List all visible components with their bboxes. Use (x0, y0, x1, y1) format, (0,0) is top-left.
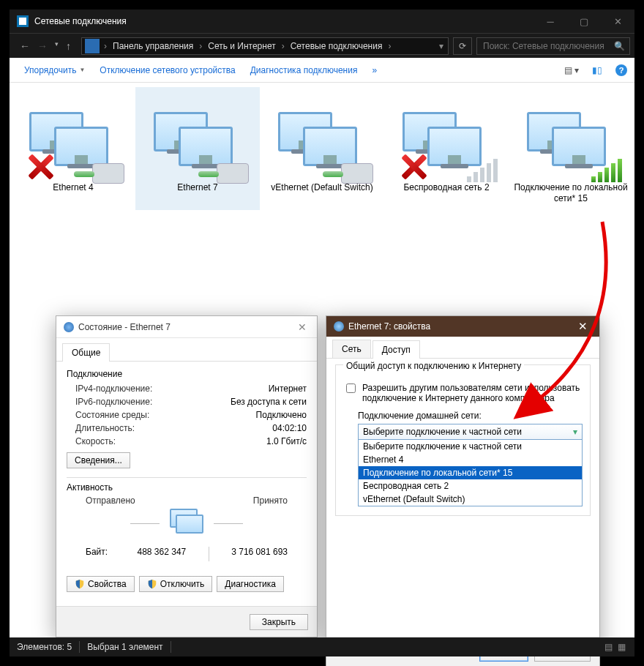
network-icon (64, 322, 74, 332)
item-label: Беспроводная сеть 2 (386, 182, 507, 193)
dropdown-option[interactable]: Беспроводная сеть 2 (359, 479, 582, 493)
home-network-dropdown[interactable]: Выберите подключение к частной сети Ethe… (358, 439, 583, 506)
help-icon[interactable]: ? (615, 64, 627, 76)
tab-network[interactable]: Сеть (332, 340, 371, 358)
dialog-title: Ethernet 7: свойства (348, 321, 430, 332)
forward-button[interactable]: → (37, 40, 48, 52)
back-button[interactable]: ← (20, 40, 30, 52)
disable-device-button[interactable]: Отключение сетевого устройства (92, 65, 242, 75)
status-bar: Элементов: 5 Выбран 1 элемент ▤ ▦ (10, 637, 634, 656)
network-icon (334, 321, 344, 332)
organize-menu[interactable]: Упорядочить▼ (17, 65, 92, 75)
wifi-bars-icon (467, 159, 498, 182)
item-label: Ethernet 7 (137, 182, 258, 193)
ethernet-plug-icon (341, 163, 373, 184)
view-layout-button[interactable]: ▤ ▾ (564, 65, 579, 75)
dropdown-option-selected[interactable]: Подключение по локальной сети* 15 (359, 466, 582, 479)
bytes-received: 3 716 081 693 (231, 547, 288, 561)
close-dialog-button[interactable]: Закрыть (250, 614, 308, 630)
close-button[interactable]: ✕ (601, 10, 634, 33)
tab-general[interactable]: Общие (62, 343, 110, 362)
ics-group: Общий доступ к подключению к Интернету Р… (335, 364, 591, 516)
diagnose-button[interactable]: Диагностика (217, 576, 284, 592)
overflow-button[interactable]: » (364, 65, 384, 75)
connection-item-ethernet4[interactable]: Ethernet 4 (11, 87, 135, 210)
shield-icon (75, 579, 85, 589)
diagnose-button[interactable]: Диагностика подключения (243, 65, 365, 75)
item-label: Подключение по локальной сети* 15 (510, 182, 632, 204)
up-button[interactable]: ↑ (66, 40, 71, 52)
item-label: vEthernet (Default Switch) (261, 182, 383, 193)
preview-pane-button[interactable]: ▮▯ (592, 65, 602, 75)
address-bar[interactable]: › Панель управления › Сеть и Интернет › … (81, 37, 449, 55)
breadcrumb[interactable]: Панель управления (108, 38, 198, 54)
breadcrumb[interactable]: Сетевые подключения (286, 38, 387, 54)
dialog-title: Состояние - Ethernet 7 (78, 322, 171, 332)
recent-button[interactable]: ▾ (55, 40, 59, 52)
section-connection: Подключение (56, 362, 317, 382)
bytes-sent: 488 362 347 (138, 547, 187, 561)
search-input[interactable] (482, 40, 614, 52)
properties-button[interactable]: Свойства (67, 576, 135, 592)
properties-dialog: Ethernet 7: свойства ✕ Сеть Доступ Общий… (326, 315, 600, 666)
status-item-count: Элементов: 5 (17, 642, 72, 652)
item-label: Ethernet 4 (12, 182, 134, 193)
ethernet-plug-icon (92, 163, 124, 184)
breadcrumb[interactable]: Сеть и Интернет (203, 38, 280, 54)
content-area: Ethernet 4 Ethernet 7 vEthernet (Default… (10, 83, 634, 637)
status-selection: Выбран 1 элемент (87, 642, 162, 652)
dropdown-option[interactable]: Ethernet 4 (359, 453, 582, 466)
location-icon (85, 39, 100, 53)
connection-item-local15[interactable]: Подключение по локальной сети* 15 (509, 87, 633, 210)
maximize-button[interactable]: ▢ (567, 10, 601, 33)
chevron-down-icon: ▾ (573, 427, 577, 437)
tab-access[interactable]: Доступ (372, 340, 420, 359)
address-dropdown[interactable]: ▾ (435, 41, 448, 51)
search-icon[interactable]: 🔍 (614, 41, 625, 51)
status-dialog: Состояние - Ethernet 7 ✕ Общие Подключен… (56, 315, 318, 637)
title-bar: Сетевые подключения ─ ▢ ✕ (10, 10, 634, 33)
details-button[interactable]: Сведения... (67, 452, 130, 468)
window-title: Сетевые подключения (34, 16, 533, 26)
home-network-label: Подключение домашней сети: (343, 405, 583, 424)
wifi-bars-icon (591, 159, 622, 182)
minimize-button[interactable]: ─ (533, 10, 567, 33)
disconnected-icon (25, 151, 56, 182)
home-network-select[interactable]: Выберите подключение к частной сети▾ (358, 424, 583, 440)
disable-button[interactable]: Отключить (139, 576, 213, 592)
allow-sharing-checkbox[interactable]: Разрешить другим пользователям сети испо… (343, 381, 583, 405)
connection-item-wireless2[interactable]: Беспроводная сеть 2 (384, 87, 509, 210)
refresh-button[interactable]: ⟳ (453, 37, 472, 55)
disconnected-icon (398, 151, 429, 182)
dropdown-option[interactable]: Выберите подключение к частной сети (359, 440, 582, 453)
connection-item-vethernet[interactable]: vEthernet (Default Switch) (260, 87, 384, 210)
shield-icon (147, 579, 157, 589)
close-button[interactable]: ✕ (295, 318, 310, 336)
ethernet-plug-icon (217, 163, 249, 184)
dropdown-option[interactable]: vEthernet (Default Switch) (359, 493, 582, 506)
search-box[interactable]: 🔍 (476, 37, 630, 55)
activity-icon (170, 509, 203, 538)
section-activity: Активность (56, 482, 317, 495)
app-icon (17, 15, 29, 27)
view-mode-icons[interactable]: ▤ ▦ (604, 642, 627, 652)
nav-bar: ← → ▾ ↑ › Панель управления › Сеть и Инт… (10, 33, 634, 58)
close-button[interactable]: ✕ (574, 318, 592, 335)
connection-item-ethernet7[interactable]: Ethernet 7 (135, 87, 260, 210)
toolbar: Упорядочить▼ Отключение сетевого устройс… (10, 58, 634, 83)
